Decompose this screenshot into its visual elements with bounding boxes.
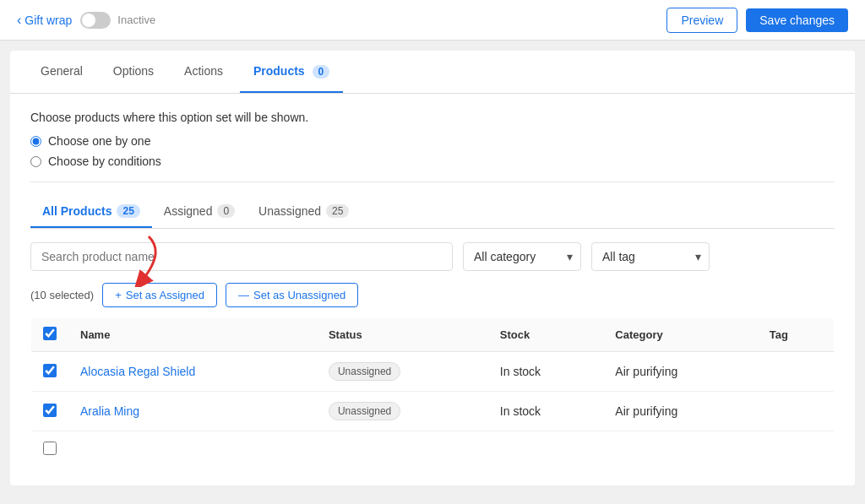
set-assigned-button[interactable]: + Set as Assigned — [102, 283, 217, 307]
page-title: Gift wrap — [24, 14, 72, 27]
radio-one-by-one[interactable]: Choose one by one — [30, 134, 835, 148]
row-2-stock: In stock — [488, 392, 603, 431]
radio-by-conditions-label: Choose by conditions — [48, 154, 161, 168]
table-row: Aralia Ming Unassigned In stock Air puri… — [31, 392, 835, 431]
row-3-checkbox[interactable] — [43, 442, 57, 455]
sub-tab-unassigned[interactable]: Unassigned 25 — [247, 196, 361, 228]
th-status: Status — [317, 318, 488, 352]
sub-tab-assigned[interactable]: Assigned 0 — [152, 196, 247, 228]
back-link[interactable]: ‹ Gift wrap — [17, 13, 72, 28]
sub-tab-all-label: All Products — [42, 204, 112, 218]
divider — [30, 182, 835, 182]
select-all-checkbox[interactable] — [43, 327, 57, 340]
row-2-category: Air purifying — [603, 392, 757, 431]
preview-button[interactable]: Preview — [666, 8, 737, 33]
set-unassigned-label: Set as Unassigned — [253, 289, 345, 301]
row-1-name: Alocasia Regal Shield — [68, 352, 317, 392]
toggle-wrap: Inactive — [80, 12, 155, 29]
row-3-name — [68, 431, 317, 469]
top-bar: ‹ Gift wrap Inactive Preview Save change… — [0, 0, 865, 41]
row-2-tag — [758, 392, 835, 431]
top-bar-right: Preview Save changes — [666, 8, 848, 33]
search-input[interactable] — [30, 242, 453, 271]
product-table: Name Status Stock Category Tag Alocasia … — [30, 317, 835, 469]
instruction-text: Choose products where this option set wi… — [30, 111, 835, 124]
row-2-product-link[interactable]: Aralia Ming — [80, 404, 139, 418]
row-2-checkbox[interactable] — [43, 404, 57, 417]
toggle-knob — [82, 14, 95, 27]
set-assigned-label: Set as Assigned — [126, 289, 204, 301]
table-row — [31, 431, 835, 469]
category-dropdown-wrap: All category Air purifying Other — [463, 242, 581, 271]
table-header-row: Name Status Stock Category Tag — [31, 318, 835, 352]
tag-dropdown-wrap: All tag — [591, 242, 710, 271]
row-checkbox-cell — [31, 392, 69, 431]
tag-dropdown[interactable]: All tag — [591, 242, 710, 271]
tab-products-label: Products — [253, 64, 305, 78]
row-1-status: Unassigned — [317, 352, 488, 392]
sub-tab-all[interactable]: All Products 25 — [30, 196, 152, 228]
row-1-category: Air purifying — [603, 352, 757, 392]
row-1-tag — [758, 352, 835, 392]
row-1-product-link[interactable]: Alocasia Regal Shield — [80, 365, 195, 378]
sub-tab-unassigned-badge: 25 — [326, 204, 349, 218]
products-tab-content: Choose products where this option set wi… — [10, 94, 855, 485]
th-tag: Tag — [758, 318, 835, 352]
tab-actions-label: Actions — [184, 64, 223, 78]
row-3-tag — [758, 431, 835, 469]
row-3-category — [603, 431, 757, 469]
category-dropdown[interactable]: All category Air purifying Other — [463, 242, 581, 271]
table-body: Alocasia Regal Shield Unassigned In stoc… — [31, 352, 835, 469]
tab-products[interactable]: Products 0 — [240, 51, 343, 93]
set-unassigned-icon: — — [238, 289, 249, 301]
radio-by-conditions[interactable]: Choose by conditions — [30, 154, 835, 168]
action-row: (10 selected) + Set as Assigned — Set as… — [30, 283, 835, 307]
search-filter-row: All category Air purifying Other All tag — [30, 242, 835, 271]
row-checkbox-cell — [31, 431, 69, 469]
search-input-wrap — [30, 242, 453, 271]
row-1-checkbox[interactable] — [43, 364, 57, 377]
sub-tabs: All Products 25 Assigned 0 Unassigned 25 — [30, 196, 835, 229]
tab-general[interactable]: General — [27, 51, 96, 93]
sub-tab-unassigned-label: Unassigned — [258, 204, 321, 218]
table-row: Alocasia Regal Shield Unassigned In stoc… — [31, 352, 835, 392]
row-3-status — [317, 431, 488, 469]
th-checkbox — [31, 318, 69, 352]
tab-options-label: Options — [113, 64, 154, 78]
status-label: Inactive — [117, 14, 155, 26]
save-button[interactable]: Save changes — [746, 8, 848, 32]
selected-count: (10 selected) — [30, 289, 94, 301]
tab-actions[interactable]: Actions — [171, 51, 237, 93]
tab-general-label: General — [41, 64, 83, 78]
row-2-name: Aralia Ming — [68, 392, 317, 431]
th-name: Name — [68, 318, 317, 352]
tab-products-badge: 0 — [313, 65, 330, 79]
radio-one-by-one-label: Choose one by one — [48, 134, 150, 148]
row-1-stock: In stock — [488, 352, 603, 392]
radio-by-conditions-input[interactable] — [30, 156, 41, 167]
row-1-status-badge: Unassigned — [329, 362, 400, 381]
row-checkbox-cell — [31, 352, 69, 392]
tab-options[interactable]: Options — [100, 51, 167, 93]
th-stock: Stock — [488, 318, 603, 352]
row-2-status: Unassigned — [317, 392, 488, 431]
sub-tab-assigned-badge: 0 — [217, 204, 235, 218]
sub-tab-assigned-label: Assigned — [164, 204, 213, 218]
row-2-status-badge: Unassigned — [329, 402, 400, 420]
main-content: General Options Actions Products 0 Choos… — [10, 51, 855, 485]
row-3-stock — [488, 431, 603, 469]
main-tabs: General Options Actions Products 0 — [10, 51, 855, 94]
sub-tab-all-badge: 25 — [117, 204, 139, 218]
top-bar-left: ‹ Gift wrap Inactive — [17, 12, 155, 29]
set-assigned-icon: + — [115, 289, 122, 301]
back-arrow-icon: ‹ — [17, 13, 21, 28]
th-category: Category — [603, 318, 757, 352]
radio-one-by-one-input[interactable] — [30, 136, 41, 147]
active-toggle[interactable] — [80, 12, 111, 29]
selection-mode-group: Choose one by one Choose by conditions — [30, 134, 835, 168]
set-unassigned-button[interactable]: — Set as Unassigned — [226, 283, 358, 307]
table-head: Name Status Stock Category Tag — [31, 318, 835, 352]
